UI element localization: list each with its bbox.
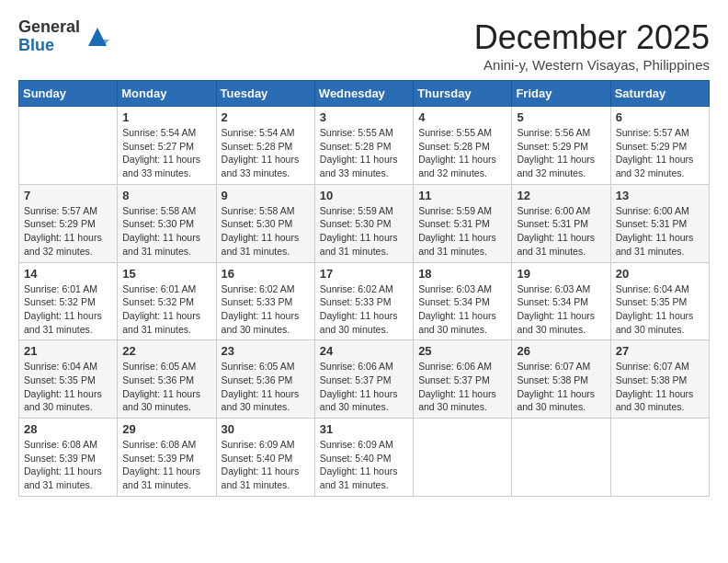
- calendar-cell: 2Sunrise: 5:54 AMSunset: 5:28 PMDaylight…: [216, 107, 314, 185]
- calendar-cell: 20Sunrise: 6:04 AMSunset: 5:35 PMDayligh…: [610, 262, 709, 340]
- calendar-cell: 9Sunrise: 5:58 AMSunset: 5:30 PMDaylight…: [216, 184, 314, 262]
- day-number: 3: [320, 110, 408, 124]
- day-info: Sunrise: 5:58 AMSunset: 5:30 PMDaylight:…: [222, 204, 310, 259]
- day-number: 10: [320, 189, 408, 202]
- day-info: Sunrise: 5:58 AMSunset: 5:30 PMDaylight:…: [122, 204, 210, 259]
- calendar-cell: 30Sunrise: 6:09 AMSunset: 5:40 PMDayligh…: [216, 419, 314, 497]
- calendar-cell: 12Sunrise: 6:00 AMSunset: 5:31 PMDayligh…: [512, 184, 610, 262]
- calendar-cell: 7Sunrise: 5:57 AMSunset: 5:29 PMDaylight…: [19, 184, 118, 262]
- calendar-cell: 13Sunrise: 6:00 AMSunset: 5:31 PMDayligh…: [610, 184, 709, 262]
- calendar-cell: 28Sunrise: 6:08 AMSunset: 5:39 PMDayligh…: [19, 419, 118, 497]
- day-info: Sunrise: 6:05 AMSunset: 5:36 PMDaylight:…: [222, 360, 310, 414]
- day-number: 29: [122, 422, 210, 436]
- calendar-cell: 5Sunrise: 5:56 AMSunset: 5:29 PMDaylight…: [512, 107, 610, 185]
- day-number: 19: [517, 267, 605, 281]
- calendar-cell: 23Sunrise: 6:05 AMSunset: 5:36 PMDayligh…: [216, 340, 314, 419]
- day-info: Sunrise: 6:04 AMSunset: 5:35 PMDaylight:…: [24, 360, 112, 414]
- day-number: 31: [320, 422, 408, 436]
- calendar-week-row: 28Sunrise: 6:08 AMSunset: 5:39 PMDayligh…: [19, 419, 710, 497]
- day-number: 24: [320, 344, 408, 358]
- calendar-cell: 10Sunrise: 5:59 AMSunset: 5:30 PMDayligh…: [314, 184, 413, 262]
- day-number: 6: [616, 110, 704, 124]
- calendar-cell: [512, 419, 610, 497]
- logo-general: General: [18, 18, 80, 37]
- day-number: 4: [418, 110, 506, 124]
- calendar-cell: 11Sunrise: 5:59 AMSunset: 5:31 PMDayligh…: [414, 184, 512, 262]
- day-info: Sunrise: 5:57 AMSunset: 5:29 PMDaylight:…: [24, 204, 112, 259]
- day-info: Sunrise: 6:01 AMSunset: 5:32 PMDaylight:…: [122, 282, 210, 337]
- day-number: 20: [616, 267, 704, 281]
- column-header-thursday: Thursday: [414, 81, 512, 107]
- logo: General Blue: [18, 18, 111, 55]
- day-number: 27: [616, 344, 704, 358]
- calendar-cell: 31Sunrise: 6:09 AMSunset: 5:40 PMDayligh…: [314, 419, 413, 497]
- logo-blue: Blue: [18, 37, 80, 55]
- calendar-cell: 8Sunrise: 5:58 AMSunset: 5:30 PMDaylight…: [118, 184, 216, 262]
- calendar-cell: 4Sunrise: 5:55 AMSunset: 5:28 PMDaylight…: [414, 107, 512, 185]
- calendar-cell: 22Sunrise: 6:05 AMSunset: 5:36 PMDayligh…: [118, 340, 216, 419]
- day-info: Sunrise: 6:01 AMSunset: 5:32 PMDaylight:…: [24, 282, 112, 337]
- day-info: Sunrise: 5:56 AMSunset: 5:29 PMDaylight:…: [517, 126, 605, 180]
- day-info: Sunrise: 6:09 AMSunset: 5:40 PMDaylight:…: [222, 438, 310, 492]
- calendar-week-row: 21Sunrise: 6:04 AMSunset: 5:35 PMDayligh…: [19, 340, 710, 419]
- calendar-cell: 1Sunrise: 5:54 AMSunset: 5:27 PMDaylight…: [118, 107, 216, 185]
- day-number: 9: [222, 189, 310, 202]
- day-number: 13: [616, 189, 704, 202]
- day-number: 7: [24, 189, 112, 202]
- day-number: 11: [418, 189, 506, 202]
- day-info: Sunrise: 6:00 AMSunset: 5:31 PMDaylight:…: [616, 204, 704, 259]
- column-header-monday: Monday: [118, 81, 216, 107]
- calendar-cell: 19Sunrise: 6:03 AMSunset: 5:34 PMDayligh…: [512, 262, 610, 340]
- calendar-cell: 3Sunrise: 5:55 AMSunset: 5:28 PMDaylight…: [314, 107, 413, 185]
- day-number: 26: [517, 344, 605, 358]
- day-info: Sunrise: 6:04 AMSunset: 5:35 PMDaylight:…: [616, 282, 704, 337]
- calendar-cell: 29Sunrise: 6:08 AMSunset: 5:39 PMDayligh…: [118, 419, 216, 497]
- calendar-cell: [414, 419, 512, 497]
- page-header: General Blue December 2025 Anini-y, West…: [18, 18, 710, 73]
- day-number: 30: [222, 422, 310, 436]
- day-number: 2: [222, 110, 310, 124]
- column-header-friday: Friday: [512, 81, 610, 107]
- day-number: 15: [122, 267, 210, 281]
- calendar-cell: 26Sunrise: 6:07 AMSunset: 5:38 PMDayligh…: [512, 340, 610, 419]
- day-info: Sunrise: 6:00 AMSunset: 5:31 PMDaylight:…: [517, 204, 605, 259]
- day-info: Sunrise: 6:06 AMSunset: 5:37 PMDaylight:…: [418, 360, 506, 414]
- calendar-cell: 15Sunrise: 6:01 AMSunset: 5:32 PMDayligh…: [118, 262, 216, 340]
- day-number: 28: [24, 422, 112, 436]
- day-info: Sunrise: 5:55 AMSunset: 5:28 PMDaylight:…: [418, 126, 506, 180]
- month-title: December 2025: [474, 18, 710, 57]
- calendar-cell: 17Sunrise: 6:02 AMSunset: 5:33 PMDayligh…: [314, 262, 413, 340]
- day-number: 16: [222, 267, 310, 281]
- day-info: Sunrise: 6:02 AMSunset: 5:33 PMDaylight:…: [222, 282, 310, 337]
- day-number: 5: [517, 110, 605, 124]
- calendar-cell: 18Sunrise: 6:03 AMSunset: 5:34 PMDayligh…: [414, 262, 512, 340]
- calendar-header-row: SundayMondayTuesdayWednesdayThursdayFrid…: [19, 81, 710, 107]
- location: Anini-y, Western Visayas, Philippines: [474, 57, 710, 73]
- title-block: December 2025 Anini-y, Western Visayas, …: [474, 18, 710, 73]
- day-info: Sunrise: 6:08 AMSunset: 5:39 PMDaylight:…: [122, 438, 210, 492]
- calendar-cell: [610, 419, 709, 497]
- calendar-table: SundayMondayTuesdayWednesdayThursdayFrid…: [18, 80, 710, 497]
- column-header-tuesday: Tuesday: [216, 81, 314, 107]
- day-info: Sunrise: 6:07 AMSunset: 5:38 PMDaylight:…: [616, 360, 704, 414]
- column-header-wednesday: Wednesday: [314, 81, 413, 107]
- calendar-cell: 24Sunrise: 6:06 AMSunset: 5:37 PMDayligh…: [314, 340, 413, 419]
- day-info: Sunrise: 6:03 AMSunset: 5:34 PMDaylight:…: [517, 282, 605, 337]
- day-number: 8: [122, 189, 210, 202]
- day-info: Sunrise: 5:55 AMSunset: 5:28 PMDaylight:…: [320, 126, 408, 180]
- day-info: Sunrise: 6:08 AMSunset: 5:39 PMDaylight:…: [24, 438, 112, 492]
- calendar-week-row: 1Sunrise: 5:54 AMSunset: 5:27 PMDaylight…: [19, 107, 710, 185]
- day-number: 12: [517, 189, 605, 202]
- day-info: Sunrise: 5:54 AMSunset: 5:27 PMDaylight:…: [122, 126, 210, 180]
- calendar-week-row: 14Sunrise: 6:01 AMSunset: 5:32 PMDayligh…: [19, 262, 710, 340]
- calendar-cell: 27Sunrise: 6:07 AMSunset: 5:38 PMDayligh…: [610, 340, 709, 419]
- day-info: Sunrise: 5:59 AMSunset: 5:31 PMDaylight:…: [418, 204, 506, 259]
- calendar-cell: 14Sunrise: 6:01 AMSunset: 5:32 PMDayligh…: [19, 262, 118, 340]
- calendar-cell: [19, 107, 118, 185]
- calendar-cell: 16Sunrise: 6:02 AMSunset: 5:33 PMDayligh…: [216, 262, 314, 340]
- logo-icon: [84, 23, 111, 51]
- calendar-week-row: 7Sunrise: 5:57 AMSunset: 5:29 PMDaylight…: [19, 184, 710, 262]
- day-number: 17: [320, 267, 408, 281]
- day-number: 21: [24, 344, 112, 358]
- day-info: Sunrise: 6:02 AMSunset: 5:33 PMDaylight:…: [320, 282, 408, 337]
